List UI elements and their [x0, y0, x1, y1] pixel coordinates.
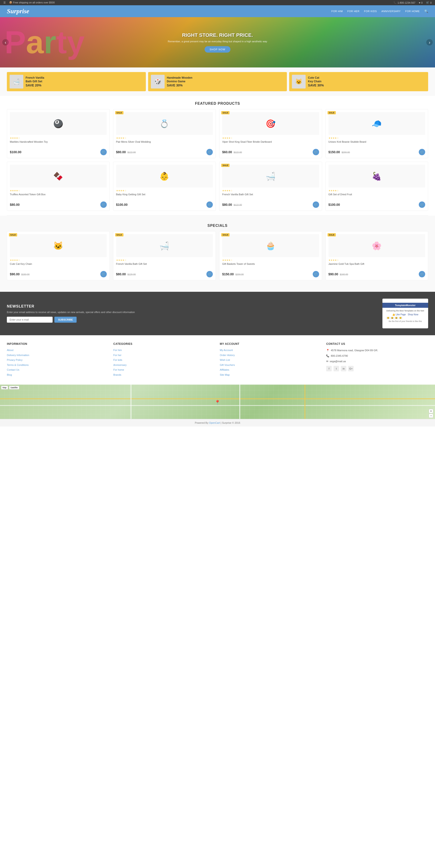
product-price: $80.00 — [222, 203, 232, 207]
product-price-row: $100.00 🛒 — [10, 149, 107, 155]
map-btn-satellite[interactable]: Satellite — [9, 386, 19, 390]
product-stars: ★★★★☆ — [10, 137, 107, 139]
wishlist-count[interactable]: ♥ 0 — [419, 1, 423, 4]
top-bar: ☰ 📦 Free shipping on all orders over $50… — [0, 0, 435, 5]
product-emoji: 👶 — [159, 172, 169, 180]
opencart-link[interactable]: OpenCart — [209, 422, 220, 424]
phone-number: 📞 1-800-1234-567 — [394, 1, 415, 4]
product-old-price: $160.00 — [340, 273, 348, 276]
footer-link-forhome[interactable]: For home — [113, 368, 215, 372]
product-price-row: $80.00 🛒 — [10, 202, 107, 208]
add-to-cart-button[interactable]: 🛒 — [419, 271, 425, 277]
logo[interactable]: Surprise — [7, 7, 29, 15]
footer-link-affiliates[interactable]: Affiliates — [220, 368, 322, 372]
social-facebook[interactable]: f — [326, 366, 332, 371]
product-image: 👶 — [116, 165, 213, 187]
product-price: $80.00 — [116, 150, 126, 154]
nav-for-her[interactable]: FOR HER — [347, 10, 360, 12]
add-to-cart-button[interactable]: 🛒 — [207, 271, 213, 277]
social-instagram[interactable]: in — [341, 366, 346, 371]
footer-link-forkids[interactable]: For kids — [113, 358, 215, 362]
product-price-row: $100.00 🛒 — [329, 202, 426, 208]
newsletter-email-input[interactable] — [7, 317, 53, 323]
shop-now-button[interactable]: SHOP NOW — [205, 46, 230, 53]
product-old-price: $150.00 — [21, 273, 30, 276]
footer-link-privacy[interactable]: Privacy Policy — [7, 358, 109, 362]
add-to-cart-button[interactable]: 🛒 — [313, 149, 319, 155]
menu-icon[interactable]: ☰ — [3, 1, 6, 4]
nav-for-him[interactable]: FOR HIM — [332, 10, 343, 12]
map-zoom-in[interactable]: + — [429, 409, 433, 413]
product-image: 🍇 — [329, 165, 426, 187]
product-stars: ★★★★☆ — [222, 259, 319, 261]
social-googleplus[interactable]: G+ — [348, 366, 353, 371]
promo-name-2: Cute CatKey Chain — [308, 76, 324, 83]
hero-prev-arrow[interactable]: ‹ — [2, 39, 9, 45]
nav-anniversary[interactable]: ANNIVERSARY — [381, 10, 401, 12]
footer-link-terms[interactable]: Terms & Conditions — [7, 363, 109, 367]
footer-link-wishlist[interactable]: Wish List — [220, 358, 322, 362]
footer-link-forhim[interactable]: For him — [113, 348, 215, 352]
footer-link-forher[interactable]: For her — [113, 353, 215, 357]
footer-link-brands[interactable]: Brands — [113, 373, 215, 377]
promo-card-1[interactable]: 🎲 Handmade WoodenDomino Game SAVE 30% — [148, 72, 287, 91]
add-to-cart-button[interactable]: 🛒 — [419, 149, 425, 155]
newsletter-text: NEWSLETTER Enter your email address to r… — [7, 304, 376, 323]
promo-save-0: SAVE 20% — [26, 84, 44, 87]
product-price: $90.00 — [329, 272, 338, 276]
add-to-cart-button[interactable]: 🛒 — [100, 271, 107, 277]
product-name: Viper Shot King Sisal Fiber Bristle Dart… — [222, 140, 319, 147]
nav-for-home[interactable]: FOR HOME — [405, 10, 420, 12]
product-card: 👶 ★★★★☆ Baby King Getting Gift Set $100.… — [113, 162, 216, 211]
footer-link-contact[interactable]: Contact Us — [7, 368, 109, 372]
footer-link-myaccount[interactable]: My Account — [220, 348, 322, 352]
footer-contact: CONTACT US 📍 4578 Marmora road, Glasgow … — [326, 342, 428, 378]
phone-icon: 📞 — [326, 354, 330, 358]
add-to-cart-button[interactable]: 🛒 — [313, 202, 319, 208]
hero-next-arrow[interactable]: › — [426, 39, 433, 45]
footer-link-giftvouchers[interactable]: Gift Vouchers — [220, 363, 322, 367]
map-zoom-controls: + − — [429, 409, 433, 418]
footer-link-delivery[interactable]: Delivery Information — [7, 353, 109, 357]
search-icon[interactable]: 🔍 — [424, 9, 428, 13]
map-btn-map[interactable]: Map — [1, 386, 8, 390]
nav-for-kids[interactable]: FOR KIDS — [364, 10, 377, 12]
promo-card-0[interactable]: 🛁 French VanillaBath Gift Set SAVE 20% — [7, 72, 146, 91]
letter-r: r — [44, 26, 56, 58]
promo-save-1: SAVE 30% — [167, 84, 192, 87]
footer-link-orderhistory[interactable]: Order History — [220, 353, 322, 357]
newsletter-title: NEWSLETTER — [7, 304, 376, 308]
promo-card-2[interactable]: 😺 Cute CatKey Chain SAVE 30% — [289, 72, 428, 91]
footer-link-sitemap[interactable]: Site Map — [220, 373, 322, 377]
product-card: 🎱 ★★★★☆ Marbles Handcrafted Wooden Toy $… — [7, 109, 110, 158]
newsletter-subscribe-button[interactable]: SUBSCRIBE — [54, 317, 76, 323]
product-price-block: $80.00 — [10, 203, 20, 207]
product-price: $100.00 — [329, 203, 340, 207]
product-name: Unisex Knit Beanie Stubble Beard — [329, 140, 426, 147]
add-to-cart-button[interactable]: 🛒 — [100, 202, 107, 208]
header: Surprise FOR HIM FOR HER FOR KIDS ANNIVE… — [0, 5, 435, 17]
product-price: $100.00 — [116, 203, 128, 207]
add-to-cart-button[interactable]: 🛒 — [313, 271, 319, 277]
map-zoom-out[interactable]: − — [429, 414, 433, 418]
hero-content: RIGHT STORE. RIGHT PRICE. Remember, a gr… — [168, 32, 267, 53]
add-to-cart-button[interactable]: 🛒 — [100, 149, 107, 155]
promo-text-2: Cute CatKey Chain SAVE 30% — [308, 76, 324, 87]
letter-a: a — [26, 26, 44, 58]
footer-link-blog[interactable]: Blog — [7, 373, 109, 377]
top-bar-left: ☰ 📦 Free shipping on all orders over $50… — [3, 1, 55, 4]
social-twitter[interactable]: t — [334, 366, 339, 371]
add-to-cart-button[interactable]: 🛒 — [207, 149, 213, 155]
add-to-cart-button[interactable]: 🛒 — [419, 202, 425, 208]
product-image: 🍫 — [10, 165, 107, 187]
product-emoji: 🍇 — [372, 172, 382, 180]
product-name: Cute Cat Key Chain — [10, 262, 107, 269]
product-card: Sale 🛁 ★★★★☆ French Vanilla Bath Gift Se… — [113, 231, 216, 280]
add-to-cart-button[interactable]: 🛒 — [207, 202, 213, 208]
product-old-price: $200.00 — [342, 151, 350, 154]
cart-count[interactable]: 🛒 0 — [426, 1, 432, 4]
footer-link-about[interactable]: About — [7, 348, 109, 352]
product-emoji: 🛁 — [266, 172, 276, 180]
promo-text-0: French VanillaBath Gift Set SAVE 20% — [26, 76, 44, 87]
footer-link-anniversary[interactable]: Anniversary — [113, 363, 215, 367]
